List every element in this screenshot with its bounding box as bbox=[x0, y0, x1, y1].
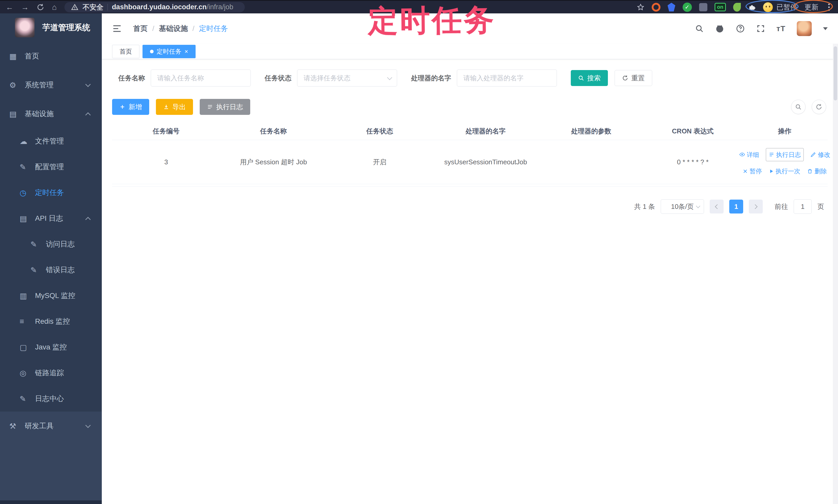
page-url[interactable]: dashboard.yudao.iocoder.cn/infra/job bbox=[112, 3, 233, 11]
fullscreen-icon[interactable] bbox=[756, 24, 765, 33]
address-bar[interactable]: 不安全 dashboard.yudao.iocoder.cn/infra/job bbox=[65, 2, 245, 12]
pagination: 共 1 条 10条/页 1 前往 页 bbox=[112, 199, 828, 214]
cell-task-id: 3 bbox=[112, 140, 220, 184]
goto-label: 前往 bbox=[774, 202, 788, 211]
sidebar-item-error-logs[interactable]: ✎ 错误日志 bbox=[0, 257, 102, 283]
avatar-caret-down-icon[interactable] bbox=[823, 27, 828, 30]
execution-log-button[interactable]: 执行日志 bbox=[200, 99, 250, 115]
sidebar-item-access-logs[interactable]: ✎ 访问日志 bbox=[0, 231, 102, 257]
exec-log-link[interactable]: 执行日志 bbox=[766, 148, 804, 161]
breadcrumb-separator: / bbox=[192, 24, 195, 33]
extension-blue-icon[interactable] bbox=[668, 3, 676, 12]
task-status-select[interactable] bbox=[297, 70, 397, 87]
add-button[interactable]: 新增 bbox=[112, 99, 149, 115]
tab-home[interactable]: 首页 bbox=[112, 45, 139, 58]
breadcrumb-current: 定时任务 bbox=[199, 24, 228, 34]
extension-orange-icon[interactable] bbox=[652, 3, 661, 12]
cell-handler-name: sysUserSessionTimeoutJob bbox=[433, 140, 539, 184]
pause-link[interactable]: 暂停 bbox=[743, 166, 762, 176]
bookmark-star-icon[interactable] bbox=[637, 3, 645, 11]
toggle-search-button[interactable] bbox=[791, 100, 805, 114]
profile-emoji-icon bbox=[763, 2, 773, 12]
sidebar-item-api-logs[interactable]: ▤ API 日志 bbox=[0, 205, 102, 231]
config-edit-icon: ✎ bbox=[20, 162, 35, 172]
github-icon[interactable] bbox=[715, 24, 724, 33]
col-handler-param: 处理器的参数 bbox=[539, 123, 644, 140]
tab-scheduled-tasks[interactable]: 定时任务 × bbox=[142, 45, 196, 58]
task-status-label: 任务状态 bbox=[265, 74, 292, 83]
font-size-icon[interactable]: ᴛT bbox=[776, 24, 785, 33]
search-button[interactable]: 搜索 bbox=[571, 70, 608, 86]
pencil-icon bbox=[810, 152, 816, 157]
edit-link[interactable]: 修改 bbox=[810, 150, 830, 159]
list-icon bbox=[769, 152, 774, 157]
prev-page-button[interactable] bbox=[710, 200, 723, 214]
goto-page-input[interactable] bbox=[794, 199, 812, 214]
java-monitor-icon: ▢ bbox=[20, 343, 35, 352]
detail-link[interactable]: 详细 bbox=[739, 150, 759, 159]
next-page-button[interactable] bbox=[749, 200, 763, 214]
help-icon[interactable] bbox=[736, 24, 745, 33]
breadcrumb-infrastructure[interactable]: 基础设施 bbox=[159, 24, 188, 34]
sidebar-item-log-center[interactable]: ✎ 日志中心 bbox=[0, 386, 102, 412]
app-logo-row[interactable]: 芋道管理系统 bbox=[0, 13, 102, 42]
log-center-icon: ✎ bbox=[20, 394, 35, 403]
browser-menu-icon[interactable] bbox=[828, 6, 830, 8]
run-once-link[interactable]: 执行一次 bbox=[769, 166, 800, 176]
app-logo bbox=[15, 18, 35, 37]
sidebar-footer bbox=[0, 500, 102, 504]
sidebar-collapse-icon[interactable] bbox=[112, 24, 122, 34]
col-actions: 操作 bbox=[742, 123, 828, 140]
search-icon[interactable] bbox=[695, 24, 704, 33]
table-toolbar: 新增 导出 执行日志 bbox=[112, 99, 828, 115]
scrollbar-thumb[interactable] bbox=[834, 46, 837, 101]
sidebar-item-devtools[interactable]: ⚒ 研发工具 bbox=[0, 412, 102, 440]
page-size-select[interactable]: 10条/页 bbox=[661, 199, 704, 214]
tab-bar: 首页 定时任务 × bbox=[102, 44, 838, 59]
reset-button[interactable]: 重置 bbox=[615, 70, 652, 86]
delete-link[interactable]: 删除 bbox=[807, 166, 827, 176]
breadcrumb-home[interactable]: 首页 bbox=[133, 24, 148, 34]
handler-name-input[interactable] bbox=[457, 70, 557, 87]
app-title: 芋道管理系统 bbox=[42, 22, 90, 33]
sidebar-item-infrastructure[interactable]: ▤ 基础设施 bbox=[0, 100, 102, 128]
extension-green-check-icon[interactable]: ✓ bbox=[683, 3, 692, 12]
tab-close-icon[interactable]: × bbox=[185, 49, 188, 55]
sidebar-item-mysql-monitor[interactable]: ▥ MySQL 监控 bbox=[0, 283, 102, 308]
list-icon bbox=[207, 104, 213, 110]
sidebar-item-file-management[interactable]: ☁ 文件管理 bbox=[0, 128, 102, 154]
eye-icon bbox=[739, 152, 745, 157]
refresh-table-button[interactable] bbox=[812, 100, 826, 114]
sidebar-item-home[interactable]: ▦ 首页 bbox=[0, 42, 102, 71]
download-icon bbox=[163, 104, 169, 110]
col-task-status: 任务状态 bbox=[327, 123, 433, 140]
sidebar: 芋道管理系统 ▦ 首页 ⚙ 系统管理 ▤ 基础设施 ☁ 文件管理 ✎ 配置管理 … bbox=[0, 13, 102, 504]
sidebar-item-scheduled-tasks[interactable]: ◷ 定时任务 bbox=[0, 180, 102, 205]
task-name-label: 任务名称 bbox=[118, 74, 145, 83]
browser-profile-chip[interactable]: 已暂停 bbox=[763, 2, 797, 12]
refresh-icon bbox=[816, 104, 822, 110]
browser-update-button[interactable]: 更新 bbox=[804, 3, 818, 12]
extension-grid-icon[interactable] bbox=[699, 3, 708, 11]
browser-reload-icon[interactable] bbox=[37, 3, 44, 11]
sidebar-item-redis-monitor[interactable]: ≡ Redis 监控 bbox=[0, 308, 102, 334]
on-badge[interactable]: on bbox=[715, 3, 726, 11]
page-scrollbar[interactable] bbox=[833, 44, 838, 504]
sidebar-item-system-management[interactable]: ⚙ 系统管理 bbox=[0, 71, 102, 100]
browser-home-icon[interactable]: ⌂ bbox=[52, 3, 57, 11]
table-header: 任务编号 任务名称 任务状态 处理器的名字 处理器的参数 CRON 表达式 操作 bbox=[112, 123, 828, 140]
security-label[interactable]: 不安全 bbox=[83, 3, 103, 12]
user-avatar[interactable] bbox=[797, 21, 812, 36]
sidebar-item-config-management[interactable]: ✎ 配置管理 bbox=[0, 154, 102, 180]
browser-back-icon[interactable]: ← bbox=[6, 3, 13, 11]
browser-actions: ✓ on 已暂停 更新 bbox=[637, 2, 832, 12]
browser-forward-icon[interactable]: → bbox=[21, 3, 29, 11]
sidebar-item-java-monitor[interactable]: ▢ Java 监控 bbox=[0, 334, 102, 360]
extension-leaf-icon[interactable] bbox=[733, 3, 741, 12]
export-button[interactable]: 导出 bbox=[156, 99, 193, 115]
sidebar-item-trace[interactable]: ◎ 链路追踪 bbox=[0, 360, 102, 386]
extensions-puzzle-icon[interactable] bbox=[748, 3, 756, 11]
warning-icon bbox=[71, 4, 78, 11]
task-name-input[interactable] bbox=[151, 70, 251, 87]
page-1-button[interactable]: 1 bbox=[729, 200, 743, 214]
